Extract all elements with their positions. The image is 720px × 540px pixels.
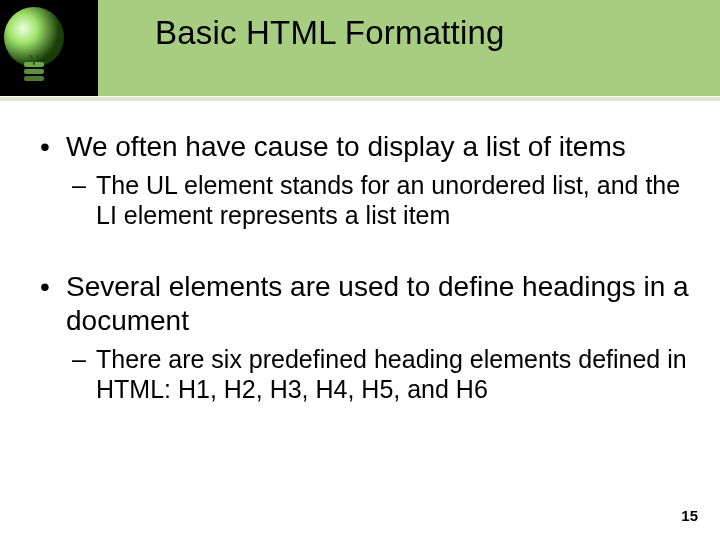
sub-bullet-item: – There are six predefined heading eleme…: [72, 344, 695, 404]
bullet-item: • We often have cause to display a list …: [40, 130, 695, 164]
header-rule: [0, 97, 720, 101]
slide: Basic HTML Formatting • We often have ca…: [0, 0, 720, 540]
slide-title: Basic HTML Formatting: [155, 14, 695, 52]
bullet-marker: •: [40, 270, 66, 338]
bullet-item: • Several elements are used to define he…: [40, 270, 695, 338]
bullet-marker: •: [40, 130, 66, 164]
sub-bullet-text: The UL element stands for an unordered l…: [96, 170, 695, 230]
bullet-text: Several elements are used to define head…: [66, 270, 695, 338]
spacer: [40, 248, 695, 270]
sub-bullet-marker: –: [72, 170, 96, 230]
svg-point-0: [4, 7, 64, 67]
svg-rect-3: [24, 76, 44, 81]
svg-rect-2: [24, 69, 44, 74]
sub-bullet-marker: –: [72, 344, 96, 404]
page-number: 15: [681, 507, 698, 524]
sub-bullet-item: – The UL element stands for an unordered…: [72, 170, 695, 230]
sub-bullet-text: There are six predefined heading element…: [96, 344, 695, 404]
lightbulb-icon: [0, 0, 98, 96]
slide-content: • We often have cause to display a list …: [40, 130, 695, 422]
bullet-text: We often have cause to display a list of…: [66, 130, 695, 164]
